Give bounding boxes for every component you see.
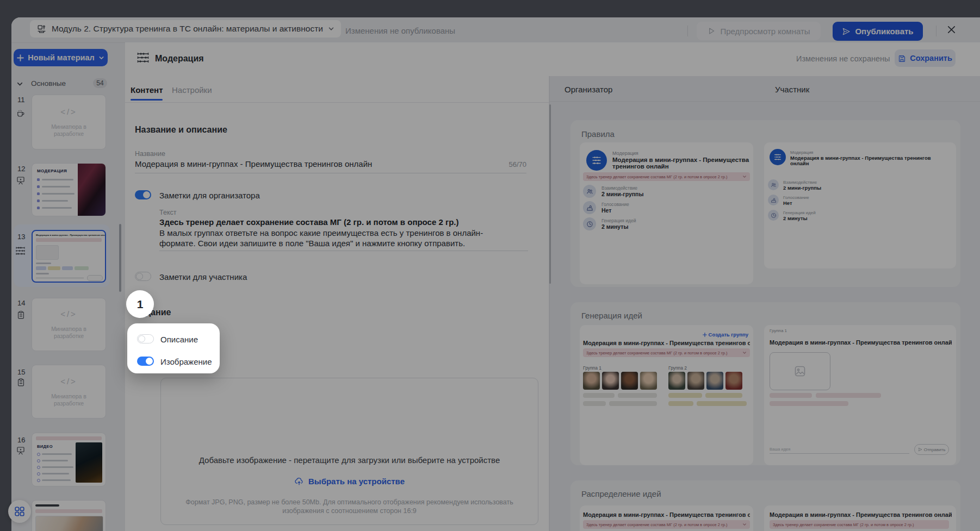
tutorial-dim-overlay bbox=[0, 0, 980, 531]
description-toggle[interactable] bbox=[137, 334, 154, 343]
screen: Модуль 2. Структура тренинга в ТС онлайн… bbox=[0, 0, 980, 531]
description-toggle-label: Описание bbox=[160, 335, 198, 344]
image-toggle-label: Изображение bbox=[160, 357, 212, 366]
task-settings-popup: Описание Изображение bbox=[127, 323, 220, 373]
tutorial-step-badge: 1 bbox=[126, 290, 154, 318]
image-toggle[interactable] bbox=[137, 357, 154, 366]
